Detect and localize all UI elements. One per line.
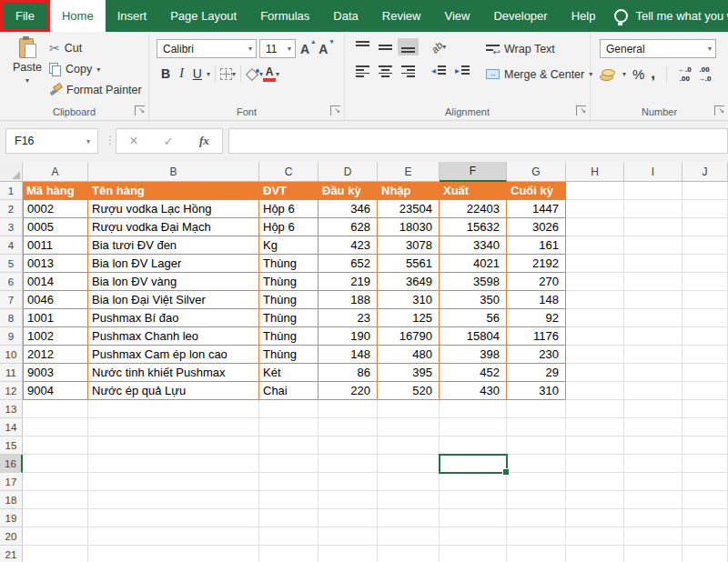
cell-E15[interactable] <box>378 437 440 455</box>
tab-formulas[interactable]: Formulas <box>248 0 321 32</box>
clipboard-dialog-launcher[interactable]: ↘ <box>135 105 145 115</box>
cell-A21[interactable] <box>23 546 88 562</box>
format-painter-button[interactable]: Format Painter <box>49 81 142 99</box>
cell-F6[interactable]: 3598 <box>440 273 507 291</box>
cell-F2[interactable]: 22403 <box>440 200 507 218</box>
row-header-21[interactable]: 21 <box>0 546 23 562</box>
cell-B8[interactable]: Pushmax Bí đao <box>88 309 259 327</box>
cell-A3[interactable]: 0005 <box>23 218 88 236</box>
paste-button[interactable]: Paste ▾ <box>5 37 49 99</box>
cell-I21[interactable] <box>624 546 682 562</box>
cell-B16[interactable] <box>88 455 259 473</box>
cell-B6[interactable]: Bia lon ĐV vàng <box>88 273 259 291</box>
cell-B18[interactable] <box>88 491 259 509</box>
cell-D11[interactable]: 86 <box>318 364 378 382</box>
fill-color-icon[interactable] <box>246 68 259 80</box>
row-header-6[interactable]: 6 <box>0 273 23 291</box>
cell-D5[interactable]: 652 <box>318 255 378 273</box>
cell-C12[interactable]: Chai <box>259 382 318 400</box>
cell-E11[interactable]: 395 <box>378 364 440 382</box>
cell-A7[interactable]: 0046 <box>23 291 88 309</box>
font-name-dropdown[interactable]: Calibri ▾ <box>157 39 257 58</box>
cell-G4[interactable]: 161 <box>507 236 566 255</box>
cell-G13[interactable] <box>507 400 566 418</box>
cell-E10[interactable]: 480 <box>378 346 440 364</box>
cell-G19[interactable] <box>507 509 566 527</box>
cell-I6[interactable] <box>624 273 682 291</box>
decrease-font-size-button[interactable]: A▾ <box>314 42 332 56</box>
cell-G18[interactable] <box>507 491 566 509</box>
cell-D2[interactable]: 346 <box>318 200 378 218</box>
increase-font-size-button[interactable]: A▴ <box>296 42 314 56</box>
tab-data[interactable]: Data <box>321 0 369 32</box>
cell-F7[interactable]: 350 <box>440 291 507 309</box>
number-format-dropdown[interactable]: General ▾ <box>600 39 716 58</box>
cell-C3[interactable]: Hộp 6 <box>259 218 318 236</box>
cell-C21[interactable] <box>259 546 318 562</box>
cell-A16[interactable] <box>23 455 88 473</box>
cell-I9[interactable] <box>624 327 682 346</box>
cell-I13[interactable] <box>624 400 682 418</box>
cell-J19[interactable] <box>682 509 728 527</box>
italic-button[interactable]: I <box>175 65 188 83</box>
cell-G6[interactable]: 270 <box>507 273 566 291</box>
cell-G1[interactable]: Cuối kỳ <box>507 182 566 200</box>
cell-J15[interactable] <box>682 437 728 455</box>
cell-D7[interactable]: 188 <box>318 291 378 309</box>
cell-H17[interactable] <box>566 473 624 491</box>
cell-D10[interactable]: 148 <box>318 346 378 364</box>
cell-C18[interactable] <box>259 491 318 509</box>
tab-review[interactable]: Review <box>370 0 433 32</box>
row-header-9[interactable]: 9 <box>0 327 23 346</box>
cell-B12[interactable]: Nước ép quả Lựu <box>88 382 259 400</box>
cell-C5[interactable]: Thùng <box>259 255 318 273</box>
row-header-7[interactable]: 7 <box>0 291 23 309</box>
row-header-15[interactable]: 15 <box>0 437 23 455</box>
cell-H5[interactable] <box>566 255 624 273</box>
formula-bar-splitter[interactable]: ⋮ <box>105 134 116 146</box>
row-header-12[interactable]: 12 <box>0 382 23 400</box>
cell-I11[interactable] <box>624 364 682 382</box>
align-left-button[interactable] <box>352 63 373 80</box>
cell-B5[interactable]: Bia lon ĐV Lager <box>88 255 259 273</box>
cell-E8[interactable]: 125 <box>378 309 440 327</box>
cell-G2[interactable]: 1447 <box>507 200 566 218</box>
cell-G12[interactable]: 310 <box>507 382 566 400</box>
cell-I15[interactable] <box>624 437 682 455</box>
cell-G14[interactable] <box>507 418 566 437</box>
cell-J8[interactable] <box>682 309 728 327</box>
cell-A19[interactable] <box>23 509 88 527</box>
cell-E7[interactable]: 310 <box>378 291 440 309</box>
cell-B2[interactable]: Rượu vodka Lạc Hồng <box>88 200 259 218</box>
cell-F3[interactable]: 15632 <box>440 218 507 236</box>
cell-C1[interactable]: ĐVT <box>259 182 318 200</box>
cell-J6[interactable] <box>682 273 728 291</box>
cell-H9[interactable] <box>566 327 624 346</box>
row-header-4[interactable]: 4 <box>0 236 23 255</box>
cell-A11[interactable]: 9003 <box>23 364 88 382</box>
cell-D13[interactable] <box>318 400 378 418</box>
decrease-indent-button[interactable]: ◂ <box>428 63 450 80</box>
cell-D16[interactable] <box>318 455 378 473</box>
cell-A10[interactable]: 2012 <box>23 346 88 364</box>
cell-G17[interactable] <box>507 473 566 491</box>
cell-H1[interactable] <box>566 182 624 200</box>
borders-icon[interactable] <box>220 68 232 80</box>
cell-A8[interactable]: 1001 <box>23 309 88 327</box>
cell-B14[interactable] <box>88 418 259 437</box>
cell-J5[interactable] <box>682 255 728 273</box>
cell-H16[interactable] <box>566 455 624 473</box>
cell-G8[interactable]: 92 <box>507 309 566 327</box>
underline-caret-icon[interactable]: ▾ <box>207 70 210 78</box>
cell-F14[interactable] <box>440 418 507 437</box>
cell-F15[interactable] <box>440 437 507 455</box>
row-header-19[interactable]: 19 <box>0 509 23 527</box>
cell-A15[interactable] <box>23 437 88 455</box>
cell-J17[interactable] <box>682 473 728 491</box>
cell-I16[interactable] <box>624 455 682 473</box>
cell-H15[interactable] <box>566 437 624 455</box>
cell-I20[interactable] <box>624 527 682 546</box>
cell-H7[interactable] <box>566 291 624 309</box>
cell-J16[interactable] <box>682 455 728 473</box>
cell-E2[interactable]: 23504 <box>378 200 440 218</box>
